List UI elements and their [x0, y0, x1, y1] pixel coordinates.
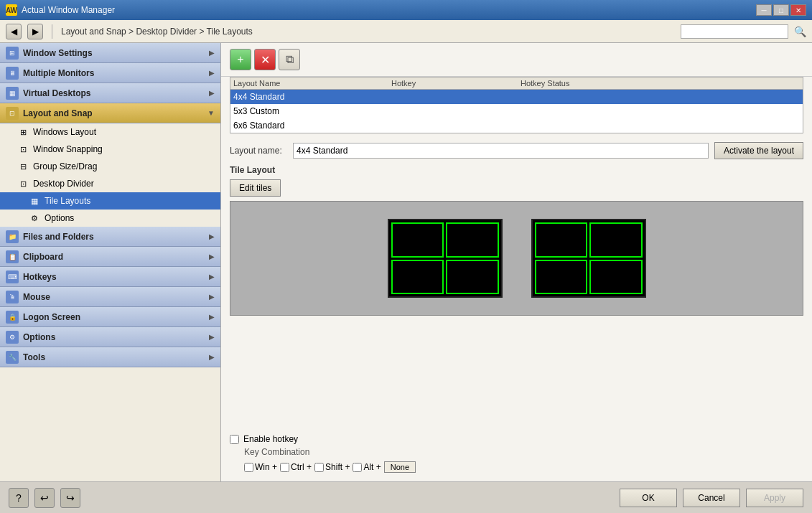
- ctrl-key-option: Ctrl +: [280, 462, 312, 472]
- search-input[interactable]: [681, 24, 788, 39]
- shift-key-checkbox[interactable]: [314, 463, 324, 472]
- sidebar-item-windows-layout[interactable]: ⊞ Windows Layout: [0, 123, 220, 141]
- sidebar-item-window-settings[interactable]: ⊞ Window Settings ▶: [0, 43, 220, 63]
- alt-key-label: Alt +: [363, 462, 381, 472]
- table-row[interactable]: 5x3 Custom: [230, 104, 803, 118]
- sidebar-label-files-and-folders: Files and Folders: [23, 232, 205, 242]
- sidebar-item-tile-layouts[interactable]: ▦ Tile Layouts: [0, 192, 220, 210]
- key-combination-label: Key Combination: [244, 447, 803, 457]
- sidebar-item-group-size-drag[interactable]: ⊟ Group Size/Drag: [0, 158, 220, 175]
- sidebar-label-mouse: Mouse: [23, 292, 205, 302]
- action-toolbar: + ✕ ⧉: [221, 43, 812, 77]
- help-icon[interactable]: ?: [9, 488, 29, 508]
- copy-layout-button[interactable]: ⧉: [279, 49, 300, 70]
- sidebar-item-window-snapping[interactable]: ⊡ Window Snapping: [0, 141, 220, 158]
- edit-tiles-button[interactable]: Edit tiles: [230, 179, 281, 197]
- chevron-right-icon-8: ▶: [209, 313, 215, 321]
- sidebar-label-tile-layouts: Tile Layouts: [45, 196, 90, 206]
- sidebar-item-logon-screen[interactable]: 🔒 Logon Screen ▶: [0, 307, 220, 327]
- maximize-button[interactable]: □: [773, 4, 789, 16]
- mouse-icon: 🖱: [6, 291, 19, 303]
- chevron-right-icon-6: ▶: [209, 273, 215, 281]
- win-key-checkbox[interactable]: [244, 463, 253, 472]
- desktop-divider-icon: ⊡: [17, 178, 29, 189]
- layout-name-cell: 4x4 Standard: [233, 92, 391, 102]
- windows-layout-icon: ⊞: [17, 126, 29, 138]
- sidebar-item-hotkeys[interactable]: ⌨ Hotkeys ▶: [0, 267, 220, 287]
- alt-key-checkbox[interactable]: [353, 463, 362, 472]
- enable-hotkey-checkbox[interactable]: [230, 435, 239, 444]
- layout-name-label: Layout name:: [230, 146, 287, 156]
- sidebar-item-options[interactable]: ⚙ Options ▶: [0, 327, 220, 347]
- detail-panel: Layout name: Activate the layout Tile La…: [221, 133, 812, 481]
- shift-key-label: Shift +: [325, 462, 350, 472]
- tools-icon: 🔧: [6, 351, 19, 364]
- win-key-option: Win +: [244, 462, 277, 472]
- table-row[interactable]: 4x4 Standard: [230, 90, 803, 104]
- group-size-drag-icon: ⊟: [17, 161, 29, 172]
- sidebar-item-multiple-monitors[interactable]: 🖥 Multiple Monitors ▶: [0, 63, 220, 83]
- ok-button[interactable]: OK: [620, 489, 677, 507]
- content-area: + ✕ ⧉ Layout Name Hotkey Hotkey Status 4…: [221, 43, 812, 481]
- close-button[interactable]: ✕: [790, 4, 806, 16]
- sidebar-item-files-and-folders[interactable]: 📁 Files and Folders ▶: [0, 227, 220, 247]
- sidebar-item-options-sub[interactable]: ⚙ Options: [0, 210, 220, 227]
- sidebar-item-layout-and-snap[interactable]: ⊡ Layout and Snap ▼: [0, 103, 220, 123]
- sidebar-label-multiple-monitors: Multiple Monitors: [23, 68, 205, 78]
- ctrl-key-checkbox[interactable]: [280, 463, 289, 472]
- chevron-down-icon: ▼: [207, 109, 215, 117]
- sidebar: ⊞ Window Settings ▶ 🖥 Multiple Monitors …: [0, 43, 221, 481]
- sidebar-item-tools[interactable]: 🔧 Tools ▶: [0, 347, 220, 367]
- enable-hotkey-label: Enable hotkey: [243, 434, 298, 444]
- chevron-right-icon-9: ▶: [209, 333, 215, 341]
- sidebar-label-group-size-drag: Group Size/Drag: [33, 161, 97, 171]
- layout-snap-icon: ⊡: [6, 107, 19, 120]
- tile-preview-area: [230, 201, 803, 316]
- chevron-right-icon: ▶: [209, 49, 215, 57]
- table-row[interactable]: 6x6 Standard: [230, 118, 803, 133]
- enable-hotkey-row: Enable hotkey: [230, 434, 803, 444]
- add-layout-button[interactable]: +: [230, 49, 251, 70]
- tile-cell: [535, 222, 588, 258]
- sidebar-item-mouse[interactable]: 🖱 Mouse ▶: [0, 287, 220, 307]
- sidebar-item-clipboard[interactable]: 📋 Clipboard ▶: [0, 247, 220, 267]
- left-tile-grid: [388, 219, 503, 298]
- column-header-name: Layout Name: [233, 79, 391, 88]
- remove-layout-button[interactable]: ✕: [254, 49, 276, 70]
- layout-name-input[interactable]: [293, 143, 709, 159]
- clipboard-icon: 📋: [6, 250, 19, 263]
- sidebar-item-desktop-divider[interactable]: ⊡ Desktop Divider: [0, 175, 220, 192]
- window-settings-icon: ⊞: [6, 47, 19, 60]
- minimize-button[interactable]: ─: [756, 4, 772, 16]
- layout-name-cell: 5x3 Custom: [233, 106, 391, 116]
- hotkey-section: Enable hotkey Key Combination Win + Ctrl…: [230, 434, 803, 473]
- chevron-right-icon-3: ▶: [209, 89, 215, 97]
- window-snapping-icon: ⊡: [17, 143, 29, 155]
- tile-cell: [535, 260, 588, 295]
- redo-icon[interactable]: ↪: [60, 488, 80, 508]
- forward-button[interactable]: ▶: [27, 24, 43, 39]
- sidebar-item-virtual-desktops[interactable]: ▦ Virtual Desktops ▶: [0, 83, 220, 103]
- right-tile-grid: [531, 219, 646, 298]
- chevron-right-icon-5: ▶: [209, 253, 215, 260]
- apply-button[interactable]: Apply: [746, 489, 803, 507]
- sidebar-label-window-settings: Window Settings: [23, 48, 205, 58]
- logon-screen-icon: 🔒: [6, 311, 19, 324]
- tile-cell: [391, 260, 444, 295]
- tile-layout-label: Tile Layout: [230, 165, 803, 175]
- sidebar-label-window-snapping: Window Snapping: [33, 144, 103, 154]
- tile-cell: [589, 260, 643, 295]
- cancel-button[interactable]: Cancel: [683, 489, 740, 507]
- search-icon[interactable]: 🔍: [794, 26, 806, 37]
- activate-layout-button[interactable]: Activate the layout: [714, 142, 803, 159]
- sidebar-label-tools: Tools: [23, 352, 205, 362]
- footer: ? ↩ ↪ OK Cancel Apply: [0, 481, 812, 513]
- sidebar-label-hotkeys: Hotkeys: [23, 272, 205, 282]
- hotkeys-icon: ⌨: [6, 270, 19, 283]
- undo-icon[interactable]: ↩: [34, 488, 55, 508]
- back-button[interactable]: ◀: [6, 24, 22, 39]
- column-header-hotkey: Hotkey: [391, 79, 521, 88]
- titlebar-buttons: ─ □ ✕: [756, 4, 806, 16]
- tile-cell: [446, 222, 499, 258]
- layouts-table: Layout Name Hotkey Hotkey Status 4x4 Sta…: [230, 77, 803, 133]
